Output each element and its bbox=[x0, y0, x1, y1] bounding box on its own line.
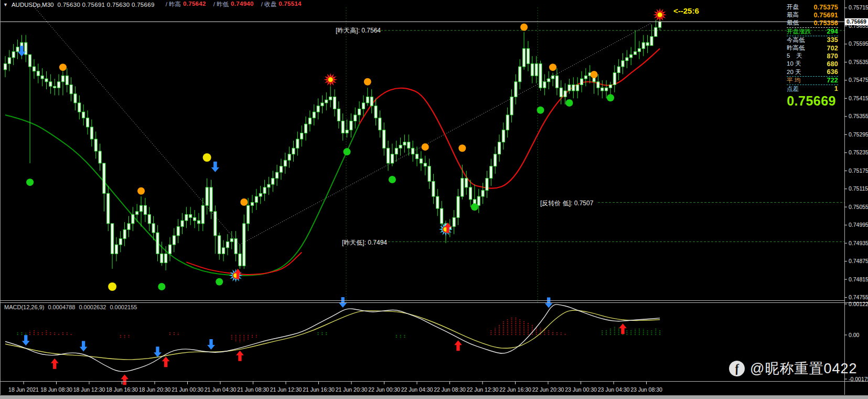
candlestick bbox=[576, 85, 579, 90]
info-row-value: 335 bbox=[827, 36, 838, 44]
candlestick bbox=[597, 82, 599, 88]
candlestick bbox=[119, 239, 122, 245]
candlestick bbox=[638, 49, 640, 52]
signal-dot bbox=[240, 198, 248, 206]
candlestick bbox=[313, 112, 315, 118]
svg-text:23 Jun 08:30: 23 Jun 08:30 bbox=[630, 386, 662, 393]
candlestick bbox=[539, 64, 542, 88]
candlestick bbox=[41, 76, 44, 79]
blue-down-arrow-icon bbox=[80, 341, 88, 352]
svg-text:0.74875: 0.74875 bbox=[849, 258, 868, 264]
signal-dot bbox=[26, 178, 34, 186]
svg-text:0.75175: 0.75175 bbox=[849, 167, 868, 174]
info-row: 20 天636 bbox=[787, 68, 838, 77]
info-row-label: 点差 bbox=[787, 85, 799, 93]
chart-canvas[interactable]: 0.757150.756550.755950.755350.754750.754… bbox=[0, 0, 868, 399]
candlestick bbox=[548, 79, 550, 82]
candlestick bbox=[329, 97, 332, 100]
svg-text:21 Jun 16:30: 21 Jun 16:30 bbox=[303, 386, 335, 393]
svg-text:21 Jun 00:30: 21 Jun 00:30 bbox=[172, 386, 203, 393]
info-row-value: 0.75375 bbox=[813, 4, 838, 11]
candlestick bbox=[403, 142, 406, 145]
info-row-label: 昨高低 bbox=[787, 44, 805, 52]
candlestick bbox=[659, 22, 661, 27]
candlestick bbox=[82, 112, 85, 118]
svg-text:21 Jun 04:30: 21 Jun 04:30 bbox=[205, 386, 237, 393]
svg-text:22 Jun 00:30: 22 Jun 00:30 bbox=[368, 386, 400, 393]
svg-text:0.001229: 0.001229 bbox=[849, 301, 868, 307]
signal-dot bbox=[422, 143, 429, 151]
candlestick bbox=[144, 205, 146, 214]
candlestick bbox=[354, 115, 357, 121]
candlestick bbox=[374, 106, 377, 118]
candlestick bbox=[66, 76, 68, 85]
signal-dot bbox=[216, 278, 223, 286]
svg-text:0.75415: 0.75415 bbox=[849, 95, 868, 101]
candlestick bbox=[383, 130, 385, 148]
signal-dot bbox=[591, 71, 598, 78]
candlestick bbox=[461, 178, 464, 196]
candlestick bbox=[642, 43, 645, 48]
blue-down-arrow-icon bbox=[207, 339, 215, 350]
macd-values: 0.00047880.00026320.0002155 bbox=[48, 304, 137, 310]
info-row: 最高0.75691 bbox=[787, 11, 838, 19]
candlestick bbox=[506, 115, 509, 130]
candlestick bbox=[379, 118, 381, 130]
candlestick bbox=[165, 254, 167, 262]
candlestick bbox=[350, 121, 352, 130]
info-row: 5 天870 bbox=[787, 52, 838, 60]
signal-dot bbox=[458, 144, 466, 152]
yesterday-high-label: [昨天高]: 0.7564 bbox=[336, 26, 381, 35]
signal-dot bbox=[364, 78, 371, 86]
candlestick bbox=[61, 76, 64, 81]
info-row-label: 今高低 bbox=[787, 36, 805, 44]
candlestick bbox=[255, 196, 258, 202]
signal-dot bbox=[108, 282, 116, 291]
svg-text:22 Jun 08:30: 22 Jun 08:30 bbox=[434, 386, 466, 393]
signal-dot bbox=[607, 94, 614, 101]
watermark-handle: @昵称重置0422 bbox=[750, 359, 857, 378]
svg-text:0.75355: 0.75355 bbox=[849, 113, 868, 119]
candlestick bbox=[502, 130, 505, 142]
candlestick bbox=[107, 193, 110, 223]
candlestick bbox=[206, 187, 208, 205]
chart-frame bbox=[0, 0, 868, 399]
candlestick bbox=[481, 191, 484, 196]
candlestick bbox=[103, 163, 105, 193]
signal-dot bbox=[537, 107, 544, 114]
candlestick bbox=[609, 85, 612, 88]
candlestick bbox=[650, 37, 653, 46]
candlestick bbox=[305, 124, 307, 133]
countdown-label: <--25:6 bbox=[673, 6, 699, 15]
candlestick bbox=[543, 82, 546, 88]
candlestick bbox=[12, 51, 15, 57]
candlestick bbox=[296, 139, 299, 148]
symbol-dropdown-icon[interactable]: ▼ bbox=[3, 2, 8, 7]
candlestick bbox=[140, 205, 143, 211]
candlestick bbox=[177, 227, 179, 236]
candlestick bbox=[267, 184, 270, 187]
red-up-arrow-icon bbox=[619, 323, 627, 334]
blue-down-arrow-icon bbox=[154, 346, 162, 357]
info-row-label: 平 均 bbox=[787, 77, 800, 85]
candlestick bbox=[490, 166, 492, 178]
macd-value: 0.0002632 bbox=[79, 304, 106, 310]
info-row-value: 294 bbox=[827, 28, 838, 35]
svg-text:23 Jun 04:30: 23 Jun 04:30 bbox=[598, 386, 630, 393]
window-bottom-strip bbox=[0, 395, 868, 399]
candlestick bbox=[416, 154, 419, 159]
candlestick bbox=[25, 43, 27, 55]
candlestick bbox=[621, 61, 624, 67]
candlestick bbox=[284, 160, 286, 166]
info-row: 开盘涨跌294 bbox=[787, 28, 838, 36]
candlestick bbox=[185, 215, 188, 220]
candlestick bbox=[29, 55, 31, 67]
svg-text:23 Jun 00:30: 23 Jun 00:30 bbox=[565, 386, 597, 393]
candlestick bbox=[78, 103, 81, 112]
info-row: 昨高低702 bbox=[787, 44, 838, 52]
svg-text:0.74995: 0.74995 bbox=[849, 222, 868, 228]
candlestick bbox=[308, 118, 311, 124]
candlestick bbox=[370, 97, 373, 106]
candlestick bbox=[469, 187, 472, 200]
candlestick bbox=[568, 85, 571, 90]
